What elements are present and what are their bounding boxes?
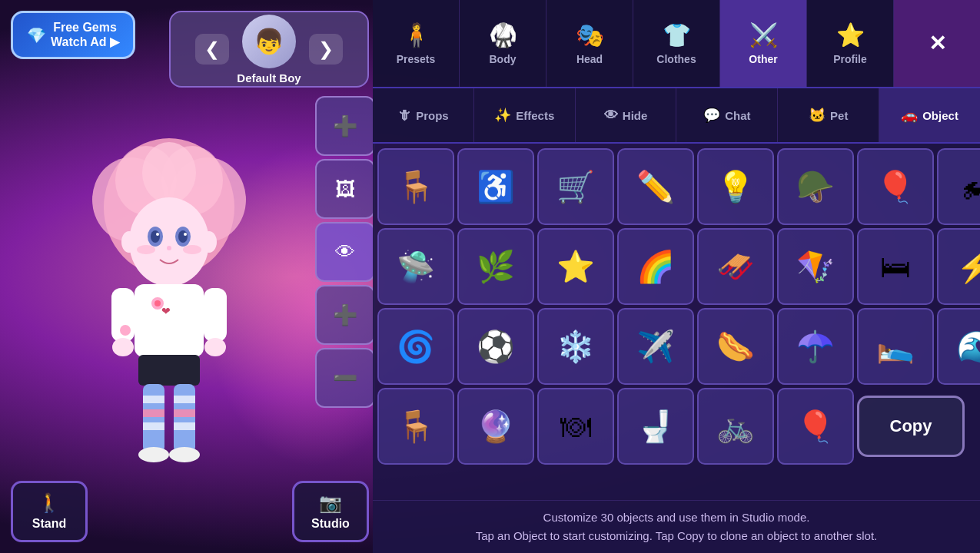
profile-label: Profile	[833, 53, 867, 65]
add-layer-button[interactable]: ➕	[315, 96, 375, 156]
props-icon: 🗡	[397, 108, 411, 124]
character-avatar: 👦	[242, 15, 296, 68]
grid-row: 🪑 ♿ 🛒 ✏️ 💡 🪖 🎈 🏍	[377, 148, 975, 225]
effects-label: Effects	[516, 109, 554, 122]
sub-tab-props[interactable]: 🗡 Props	[373, 88, 474, 142]
object-balloons[interactable]: 🎈	[857, 148, 934, 225]
svg-point-16	[121, 231, 137, 253]
object-snowflake[interactable]: ❄️	[537, 308, 614, 385]
object-stool[interactable]: 🪑	[377, 388, 454, 465]
object-ufo[interactable]: 🛸	[377, 228, 454, 305]
object-tank[interactable]: 🪖	[777, 148, 854, 225]
zoom-in-button[interactable]: ➕	[315, 285, 375, 345]
object-leaf[interactable]: 🌿	[457, 228, 534, 305]
sub-tab-effects[interactable]: ✨ Effects	[474, 88, 576, 142]
tab-presets[interactable]: 🧍 Presets	[373, 0, 460, 87]
presets-icon: 🧍	[402, 22, 430, 48]
stand-icon: 🚶	[38, 492, 61, 514]
object-sleigh[interactable]: 🛷	[697, 228, 774, 305]
left-panel: 💎 Free Gems Watch Ad ▶ ❮ 👦 Default Boy ❯…	[0, 0, 377, 553]
close-button[interactable]: ✕	[894, 0, 980, 87]
object-pencil[interactable]: ✏️	[617, 148, 694, 225]
tab-other[interactable]: ⚔️ Other	[720, 0, 807, 87]
object-bicycle[interactable]: 🚲	[697, 388, 774, 465]
svg-rect-35	[174, 422, 195, 430]
sub-tab-object[interactable]: 🚗 Object	[879, 88, 980, 142]
head-icon: 🎭	[576, 22, 604, 48]
object-lightbulb[interactable]: 💡	[697, 148, 774, 225]
tab-head[interactable]: 🎭 Head	[546, 0, 633, 87]
sub-tab-chat[interactable]: 💬 Chat	[676, 88, 778, 142]
object-rainbow[interactable]: 🌈	[617, 228, 694, 305]
object-table[interactable]: 🍽	[537, 388, 614, 465]
gem-button-label: Free Gems Watch Ad ▶	[51, 21, 119, 49]
svg-rect-34	[174, 409, 195, 417]
copy-label: Copy	[890, 416, 932, 436]
object-wheelchair[interactable]: ♿	[457, 148, 534, 225]
sub-tab-pet[interactable]: 🐱 Pet	[778, 88, 879, 142]
tab-profile[interactable]: ⭐ Profile	[807, 0, 894, 87]
svg-point-9	[151, 230, 160, 243]
object-umbrella[interactable]: ☂️	[777, 308, 854, 385]
svg-point-24	[112, 338, 134, 356]
visibility-button[interactable]: 👁	[315, 222, 375, 282]
tab-body[interactable]: 🥋 Body	[460, 0, 546, 87]
character-svg: ❤	[69, 123, 269, 476]
object-top[interactable]: 🌀	[377, 308, 454, 385]
object-toilet[interactable]: 🚽	[617, 388, 694, 465]
pet-label: Pet	[830, 109, 848, 122]
studio-button[interactable]: 📷 Studio	[292, 481, 369, 542]
svg-rect-30	[143, 409, 164, 417]
object-arrow[interactable]: ⚡	[937, 228, 980, 305]
object-star[interactable]: ⭐	[537, 228, 614, 305]
clothes-icon: 👕	[663, 22, 691, 48]
clothes-label: Clothes	[656, 53, 696, 65]
svg-point-15	[167, 246, 171, 250]
next-character-button[interactable]: ❯	[309, 34, 343, 65]
zoom-in-icon: ➕	[333, 303, 357, 327]
svg-point-25	[204, 338, 226, 356]
prev-character-button[interactable]: ❮	[195, 34, 229, 65]
svg-rect-29	[143, 396, 164, 403]
object-chair[interactable]: 🪑	[377, 148, 454, 225]
character-name: Default Boy	[237, 71, 301, 84]
sub-tab-hide[interactable]: 👁 Hide	[576, 88, 677, 142]
object-motorcycle[interactable]: 🏍	[937, 148, 980, 225]
object-label: Object	[922, 109, 958, 122]
svg-rect-31	[143, 422, 164, 430]
object-orb[interactable]: 🔮	[457, 388, 534, 465]
object-hotdog[interactable]: 🌭	[697, 308, 774, 385]
bottom-info: Customize 30 objects and use them in Stu…	[373, 500, 980, 553]
svg-text:❤: ❤	[161, 305, 171, 317]
gem-icon: 💎	[27, 26, 46, 45]
grid-row: 🌀 ⚽ ❄️ ✈️ 🌭 ☂️ 🛌 🌊	[377, 308, 975, 385]
svg-point-36	[138, 447, 169, 462]
zoom-out-button[interactable]: ➖	[315, 348, 375, 408]
svg-point-6	[129, 197, 209, 286]
effects-icon: ✨	[494, 107, 511, 124]
object-beachball[interactable]: ⚽	[457, 308, 534, 385]
svg-point-13	[137, 245, 155, 254]
svg-point-26	[120, 325, 131, 336]
presets-label: Presets	[397, 53, 436, 65]
body-label: Body	[490, 53, 517, 65]
svg-rect-18	[135, 284, 204, 357]
stand-button[interactable]: 🚶 Stand	[11, 481, 88, 542]
object-wave[interactable]: 🌊	[937, 308, 980, 385]
other-label: Other	[749, 53, 777, 65]
object-kite[interactable]: 🪁	[777, 228, 854, 305]
object-hotairballoon[interactable]: 🎈	[777, 388, 854, 465]
studio-label: Studio	[311, 517, 350, 531]
object-cart[interactable]: 🛒	[537, 148, 614, 225]
svg-rect-33	[174, 396, 195, 403]
object-blanket[interactable]: 🛌	[857, 308, 934, 385]
tab-clothes[interactable]: 👕 Clothes	[633, 0, 720, 87]
gem-watch-ad-button[interactable]: 💎 Free Gems Watch Ad ▶	[11, 11, 135, 59]
object-paperplane[interactable]: ✈️	[617, 308, 694, 385]
svg-point-14	[183, 245, 201, 254]
copy-button[interactable]: Copy	[857, 396, 965, 457]
grid-row-last: 🪑 🔮 🍽 🚽 🚲 🎈 Copy	[377, 388, 975, 465]
object-sled[interactable]: 🛏	[857, 228, 934, 305]
gallery-button[interactable]: 🖼	[315, 159, 375, 219]
bottom-info-line1: Customize 30 objects and use them in Stu…	[388, 508, 965, 527]
